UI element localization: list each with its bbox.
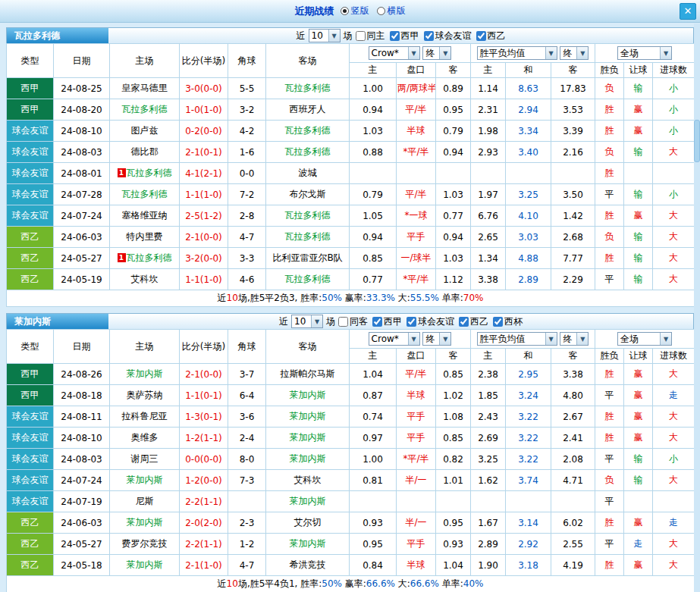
away-team: 莱加内斯 [266, 406, 350, 428]
odds-time-select[interactable]: 终 ▼ [422, 332, 451, 346]
summary-segment: 赢率: [342, 578, 366, 589]
radio-icon [341, 7, 349, 15]
match-date: 24-08-03 [54, 142, 110, 163]
team-label: 瓦拉多利德 [285, 231, 331, 242]
scope-select[interactable]: 全场 ▼ [617, 332, 672, 346]
corners: 3-2 [228, 99, 266, 121]
team-label: 特内里费 [127, 231, 163, 242]
avg-draw: 4.10 [506, 205, 551, 227]
league-filter-checkbox[interactable]: 西甲 [390, 30, 419, 42]
col-header-result: 胜负 [595, 349, 624, 364]
checkbox-input[interactable] [338, 317, 348, 327]
handicap-result: 输 [624, 470, 653, 491]
col-header-handicap: 盘口 [397, 349, 436, 364]
league-filter-checkbox[interactable]: 西杯 [493, 315, 523, 328]
avg-type-select[interactable]: 胜平负均值 ▼ [477, 46, 557, 60]
col-header-avg-draw: 和 [506, 63, 551, 78]
avg-home: 2.43 [471, 406, 506, 428]
close-button[interactable]: ✕ [680, 3, 696, 20]
checkbox-input[interactable] [476, 31, 486, 41]
match-date: 24-08-10 [54, 428, 110, 449]
odds-time-select[interactable]: 终 ▼ [422, 46, 451, 60]
league-filter-checkbox[interactable]: 西乙 [459, 315, 488, 328]
team-label: 莱加内斯 [127, 559, 163, 570]
col-header-corner: 角球 [228, 330, 266, 364]
team-label: 瓦拉多利德 [122, 104, 168, 114]
corners: 1-6 [228, 142, 266, 163]
home-team: 莱加内斯 [110, 512, 180, 534]
checkbox-input[interactable] [493, 317, 503, 327]
score: 1-1(1-0) [180, 269, 228, 290]
league-filter-checkbox[interactable]: 西甲 [372, 315, 402, 328]
team-label: 塞格维亚纳 [122, 210, 168, 221]
match-date: 24-06-03 [54, 227, 110, 248]
avg-time-select[interactable]: 终 ▼ [560, 46, 589, 60]
checkbox-input[interactable] [424, 31, 434, 41]
avg-draw: 2.95 [506, 364, 551, 385]
odds-company-select[interactable]: Crow* ▼ [369, 46, 420, 60]
col-header-goals: 进球数 [653, 63, 695, 78]
handicap: 半/一 [397, 470, 436, 491]
result: 平 [595, 269, 624, 290]
scope-select[interactable]: 全场 ▼ [617, 46, 672, 60]
result: 平 [595, 491, 624, 512]
avg-time-select[interactable]: 终 ▼ [560, 332, 589, 346]
league-filter-checkbox[interactable]: 球会友谊 [424, 30, 472, 42]
team-section: 莱加内斯 近 10 ▼ 场 同客西甲球会友谊西乙西杯 类型 [6, 313, 694, 592]
version-radio[interactable]: 竖版 [341, 5, 369, 17]
odds-filter-cell: Crow* ▼ 终 ▼ [350, 330, 471, 349]
scrollbar-track[interactable] [694, 23, 700, 592]
league-filter-checkbox[interactable]: 西乙 [476, 30, 506, 42]
score: 3-0(0-0) [180, 78, 228, 99]
home-team: 奥维多 [110, 428, 180, 449]
avg-away: 7.77 [551, 248, 595, 269]
handicap-result: 走 [624, 534, 653, 555]
odds-away: 0.95 [436, 512, 471, 534]
league-filter-checkbox[interactable]: 同客 [338, 315, 368, 328]
odds-away: 0.85 [436, 364, 471, 385]
league-filter-checkbox[interactable]: 球会友谊 [407, 315, 454, 328]
handicap-result: 赢 [624, 205, 653, 227]
odds-home: 1.04 [350, 364, 397, 385]
odds-away: 0.89 [436, 78, 471, 99]
result: 胜 [595, 428, 624, 449]
odds-company-select[interactable]: Crow* ▼ [369, 332, 420, 346]
goals-result: 小 [653, 121, 695, 142]
league-badge: 球会友谊 [7, 449, 54, 470]
avg-draw: 3.03 [506, 227, 551, 248]
checkbox-input[interactable] [459, 317, 469, 327]
team-label: 图卢兹 [131, 125, 159, 136]
team-label: 莱加内斯 [290, 496, 326, 506]
handicap: *平/半 [397, 449, 436, 470]
handicap: 半球 [397, 385, 436, 406]
handicap: 半球 [397, 555, 436, 576]
avg-draw: 3.74 [506, 470, 551, 491]
avg-draw: 3.24 [506, 385, 551, 406]
handicap-result: 赢 [624, 385, 653, 406]
avg-type-select[interactable]: 胜平负均值 ▼ [477, 332, 557, 346]
team-label: 瓦拉多利德 [127, 252, 172, 263]
scrollbar-thumb[interactable] [694, 120, 700, 162]
games-count-select[interactable]: 10 ▼ [291, 315, 323, 328]
col-header-handicap: 盘口 [397, 63, 436, 78]
checkbox-input[interactable] [390, 31, 400, 41]
avg-home: 2.69 [471, 428, 506, 449]
result: 胜 [595, 364, 624, 385]
corners: 2-8 [228, 205, 266, 227]
version-radio[interactable]: 横版 [377, 5, 406, 17]
col-header-odds-home: 主 [350, 349, 397, 364]
corners: 7-2 [228, 184, 266, 205]
team-label: 奥萨苏纳 [127, 390, 163, 400]
checkbox-input[interactable] [407, 317, 416, 327]
games-count-select[interactable]: 10 ▼ [309, 29, 341, 42]
handicap-result: 输 [624, 248, 653, 269]
odds-home: 0.87 [350, 385, 397, 406]
summary-segment: 大: [395, 578, 410, 589]
home-team: 塞格维亚纳 [110, 205, 180, 227]
checkbox-input[interactable] [372, 317, 382, 327]
league-filter-checkbox[interactable]: 同主 [356, 30, 385, 42]
chevron-down-icon: ▼ [408, 333, 419, 345]
match-row: 球会友谊24-08-03德比郡2-1(0-1)1-6瓦拉多利德0.88*平/半0… [7, 142, 695, 163]
away-team: 瓦拉多利德 [266, 227, 350, 248]
checkbox-input[interactable] [356, 31, 366, 41]
